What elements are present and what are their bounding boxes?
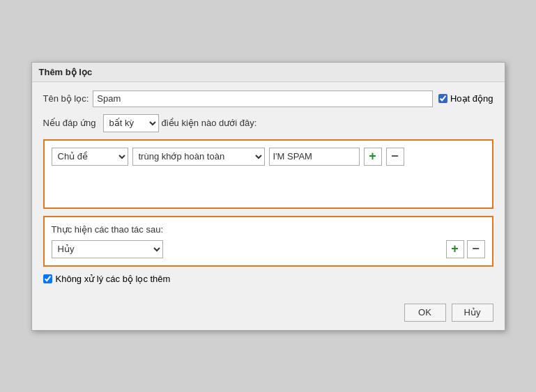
remove-action-button[interactable]: − <box>467 240 485 258</box>
no-more-filters-row: Không xử lý các bộ lọc thêm <box>43 274 493 284</box>
no-more-filters-checkbox[interactable] <box>43 274 52 283</box>
conditions-section: Chủ đề Từ Đến Nội dung trùng khớp hoàn t… <box>43 139 493 209</box>
match-type-select[interactable]: bất kỳ tất cả <box>103 114 159 132</box>
active-label: Hoạt động <box>450 93 493 104</box>
action-right: + − <box>446 240 485 258</box>
dialog-title: Thêm bộ lọc <box>32 63 505 82</box>
filter-name-label: Tên bộ lọc: <box>43 93 89 104</box>
filter-name-row: Tên bộ lọc: Hoạt động <box>43 91 493 107</box>
dialog-footer: OK Hủy <box>32 299 505 330</box>
condition-value-input[interactable] <box>269 148 360 166</box>
if-condition-row: Nếu đáp ứng bất kỳ tất cả điều kiện nào … <box>43 114 493 132</box>
actions-label: Thực hiện các thao tác sau: <box>52 224 485 235</box>
condition-label: điều kiện nào dưới đây: <box>162 118 257 128</box>
actions-section: Thực hiện các thao tác sau: Hủy Chuyển v… <box>43 216 493 267</box>
active-checkbox[interactable] <box>438 94 447 103</box>
filter-name-input[interactable] <box>93 91 433 107</box>
if-label: Nếu đáp ứng <box>43 118 96 128</box>
add-action-button[interactable]: + <box>446 240 464 258</box>
remove-condition-button[interactable]: − <box>386 148 404 166</box>
add-filter-dialog: Thêm bộ lọc Tên bộ lọc: Hoạt động Nếu đá… <box>31 62 505 331</box>
actions-row: Hủy Chuyển vào thư mục Đánh dấu đã đọc X… <box>52 240 485 258</box>
condition-row: Chủ đề Từ Đến Nội dung trùng khớp hoàn t… <box>52 148 485 166</box>
cancel-button[interactable]: Hủy <box>452 304 493 322</box>
action-left: Hủy Chuyển vào thư mục Đánh dấu đã đọc X… <box>52 240 163 258</box>
condition-field-select[interactable]: Chủ đề Từ Đến Nội dung <box>52 148 128 166</box>
action-select[interactable]: Hủy Chuyển vào thư mục Đánh dấu đã đọc X… <box>52 240 163 258</box>
condition-type-select[interactable]: trùng khớp hoàn toàn chứa không chứa bắt… <box>132 148 265 166</box>
add-condition-button[interactable]: + <box>364 148 382 166</box>
active-checkbox-row: Hoạt động <box>438 93 493 104</box>
no-more-filters-label: Không xử lý các bộ lọc thêm <box>56 274 171 284</box>
ok-button[interactable]: OK <box>404 304 446 322</box>
